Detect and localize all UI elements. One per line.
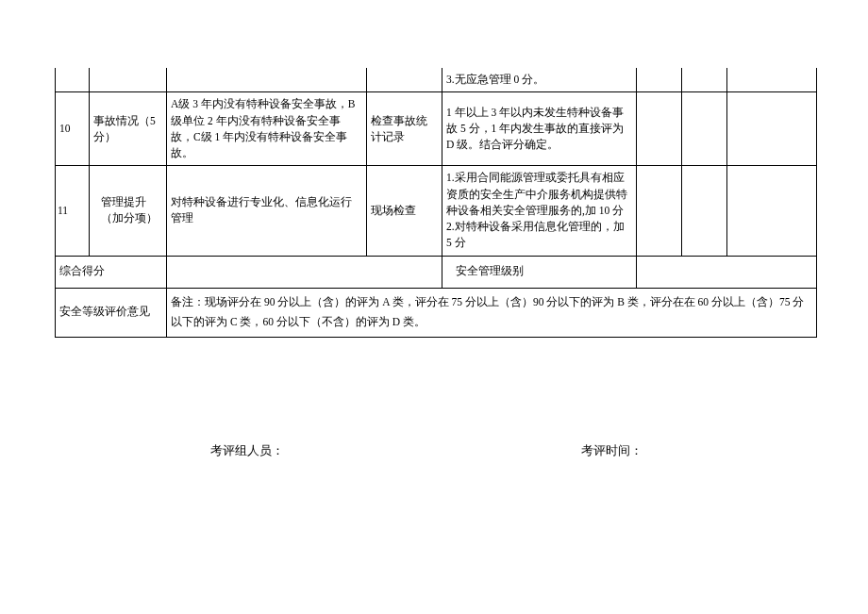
cell-blank (637, 92, 682, 166)
cell-blank (682, 166, 727, 256)
summary-level-value (637, 256, 817, 288)
table-row: 10 事故情况（5分） A级 3 年内没有特种设备安全事故，B级单位 2 年内没… (56, 92, 817, 166)
table-row: 3.无应急管理 0 分。 (56, 68, 817, 92)
cell-blank (727, 92, 817, 166)
evaluation-table-wrap: 3.无应急管理 0 分。 10 事故情况（5分） A级 3 年内没有特种设备安全… (55, 68, 817, 338)
cell-check (367, 68, 442, 92)
cell-blank (727, 166, 817, 256)
cell-check: 现场检查 (367, 166, 442, 256)
cell-blank (637, 166, 682, 256)
cell-name: 管理提升（加分项） (90, 166, 167, 256)
cell-criteria (167, 68, 367, 92)
cell-blank (727, 68, 817, 92)
opinion-note: 备注：现场评分在 90 分以上（含）的评为 A 类，评分在 75 分以上（含）9… (167, 288, 817, 338)
cell-blank (637, 68, 682, 92)
evaluation-table: 3.无应急管理 0 分。 10 事故情况（5分） A级 3 年内没有特种设备安全… (55, 68, 817, 338)
cell-blank (682, 68, 727, 92)
time-label: 考评时间： (581, 443, 643, 459)
evaluator-label: 考评组人员： (210, 443, 284, 459)
opinion-label: 安全等级评价意见 (56, 288, 167, 338)
footer: 考评组人员： 考评时间： (55, 443, 817, 459)
cell-criteria: 对特种设备进行专业化、信息化运行管理 (167, 166, 367, 256)
cell-num (56, 68, 90, 92)
cell-name: 事故情况（5分） (90, 92, 167, 166)
cell-num: 11 (56, 166, 90, 256)
opinion-row: 安全等级评价意见 备注：现场评分在 90 分以上（含）的评为 A 类，评分在 7… (56, 288, 817, 338)
cell-criteria: A级 3 年内没有特种设备安全事故，B级单位 2 年内没有特种设备安全事故，C级… (167, 92, 367, 166)
cell-num: 10 (56, 92, 90, 166)
cell-scoring: 1.采用合同能源管理或委托具有相应资质的安全生产中介服务机构提供特种设备相关安全… (442, 166, 637, 256)
summary-score-row: 综合得分 安全管理级别 (56, 256, 817, 288)
cell-name (90, 68, 167, 92)
cell-scoring: 1 年以上 3 年以内未发生特种设备事故 5 分，1 年内发生事故的直接评为 D… (442, 92, 637, 166)
cell-blank (682, 92, 727, 166)
summary-score-label: 综合得分 (56, 256, 167, 288)
summary-score-value (167, 256, 442, 288)
summary-level-label: 安全管理级别 (442, 256, 637, 288)
table-row: 11 管理提升（加分项） 对特种设备进行专业化、信息化运行管理 现场检查 1.采… (56, 166, 817, 256)
cell-scoring: 3.无应急管理 0 分。 (442, 68, 637, 92)
cell-check: 检查事故统计记录 (367, 92, 442, 166)
